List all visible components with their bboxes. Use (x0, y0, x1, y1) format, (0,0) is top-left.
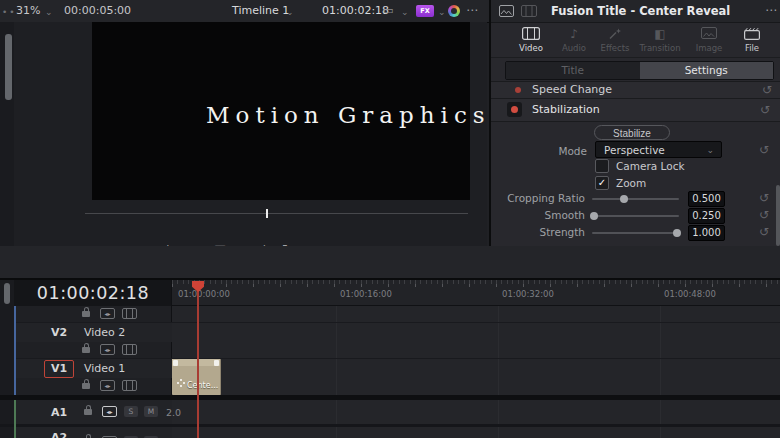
audio-channels-label: 2.0 (166, 407, 181, 418)
lock-icon[interactable] (84, 409, 92, 415)
subtab-title[interactable]: Title (506, 62, 640, 79)
lock-icon[interactable] (82, 383, 90, 389)
reset-icon[interactable]: ↺ (760, 104, 770, 116)
viewer-scrubber-playhead[interactable] (266, 209, 268, 218)
timeline-content[interactable] (172, 306, 780, 438)
viewer-scrubber[interactable] (85, 213, 468, 214)
ruler-gridline (660, 306, 661, 438)
cropping-ratio-slider[interactable] (592, 198, 679, 200)
subtab-settings[interactable]: Settings (640, 62, 774, 79)
chevron-down-icon[interactable]: ⌄ (45, 7, 53, 17)
track-id[interactable]: V2 (48, 326, 70, 339)
track-header-v1[interactable]: V1 Video 1 (14, 359, 172, 378)
auto-select-icon[interactable]: ◂▸ (102, 406, 117, 417)
video-canvas[interactable]: Motion Graphics (92, 22, 470, 200)
stabilize-button[interactable]: Stabilize (594, 125, 670, 140)
reset-icon[interactable]: ↺ (759, 192, 769, 204)
lock-icon[interactable] (82, 347, 90, 353)
timeline-select[interactable]: Timeline 1 (232, 0, 289, 22)
active-track-outline[interactable]: V1 (44, 360, 74, 378)
timeline-playhead-timecode[interactable]: 01:00:02:18 (14, 280, 172, 306)
auto-select-icon[interactable]: ◂▸ (100, 308, 115, 319)
timeline-ruler[interactable]: 01:00:00:00 01:00:16:00 01:00:32:00 01:0… (172, 280, 780, 306)
panel-handle-icon[interactable]: •• (2, 7, 17, 17)
chevron-down-icon[interactable]: ⌄ (438, 7, 446, 17)
fx-badge-icon[interactable]: FX (416, 5, 434, 17)
inspector-tabs: Video ♪ Audio Effects ◧ Transition Image… (491, 22, 780, 58)
transition-tab-icon: ◧ (638, 27, 682, 41)
film-icon[interactable] (122, 344, 137, 355)
timeline-timecode-cell[interactable]: 01:00:02:18 (14, 280, 172, 306)
video-title-text: Motion Graphics (206, 102, 491, 128)
clip-handle-right[interactable] (214, 360, 219, 366)
smooth-value[interactable]: 0.250 (688, 208, 725, 224)
stabilization-toggle[interactable] (507, 102, 522, 117)
timeline-scrollbar[interactable] (4, 283, 10, 304)
slider-thumb[interactable] (620, 195, 628, 203)
filmstrip-icon[interactable] (521, 5, 537, 17)
reset-icon[interactable]: ↺ (759, 226, 769, 238)
solo-button[interactable]: S (124, 406, 138, 417)
file-tab-icon (730, 27, 774, 41)
tab-image[interactable]: Image (687, 24, 731, 55)
reset-icon[interactable]: ↺ (759, 209, 769, 221)
reset-icon[interactable]: ↺ (759, 144, 769, 156)
chevron-down-icon[interactable]: ⌄ (401, 7, 409, 17)
source-timecode[interactable]: 00:00:05:00 (64, 0, 131, 22)
track-name[interactable]: Video 2 (84, 326, 125, 339)
film-icon[interactable] (122, 380, 137, 391)
strength-value[interactable]: 1.000 (688, 225, 725, 241)
smooth-slider[interactable] (592, 215, 679, 217)
film-icon[interactable] (122, 308, 137, 319)
slider-thumb[interactable] (673, 229, 681, 237)
playhead-line[interactable] (197, 281, 199, 438)
zoom-checkbox[interactable]: ✓ (595, 176, 609, 190)
clip-thumbnail-icon[interactable] (499, 5, 514, 17)
viewer-scrollbar[interactable] (5, 34, 12, 100)
inspector-scrollbar[interactable] (776, 185, 780, 246)
auto-select-icon[interactable]: ◂▸ (100, 380, 115, 391)
track-id[interactable]: V1 (45, 361, 73, 377)
slider-thumb[interactable] (590, 212, 598, 220)
tab-effects[interactable]: Effects (593, 24, 637, 55)
audio-track-color-bar (14, 400, 16, 438)
viewer-options-icon[interactable]: ⋯ (466, 3, 478, 17)
track-header-v2[interactable]: V2 Video 2 (14, 323, 172, 342)
viewer-zoom-select[interactable]: 31% (16, 0, 40, 22)
ruler-label: 01:00:32:00 (502, 289, 554, 299)
tab-file[interactable]: File (730, 24, 774, 55)
mode-dropdown[interactable]: Perspective ⌄ (595, 141, 722, 158)
strength-row: Strength 1.000 ↺ (491, 225, 780, 239)
stabilization-section[interactable]: Stabilization ↺ (491, 98, 780, 122)
cropping-ratio-value[interactable]: 0.500 (688, 191, 725, 207)
viewer-overlay-icon[interactable]: ▭ (383, 5, 393, 16)
speed-change-section[interactable]: Speed Change ↺ (491, 81, 780, 99)
tab-audio[interactable]: ♪ Audio (552, 24, 596, 55)
strength-slider[interactable] (592, 232, 679, 234)
lock-icon[interactable] (82, 311, 90, 317)
reset-icon[interactable]: ↺ (762, 84, 772, 96)
clip-handle-left[interactable] (173, 360, 178, 366)
track-name[interactable]: Video 1 (84, 362, 125, 375)
inspector-header: Fusion Title - Center Reveal ⋯ (491, 0, 780, 23)
clip-label: Cente... (187, 381, 218, 390)
cropping-ratio-label: Cropping Ratio (491, 192, 585, 204)
track-id[interactable]: A2 (48, 431, 70, 438)
track-id[interactable]: A1 (48, 406, 70, 419)
auto-select-icon[interactable]: ◂▸ (100, 344, 115, 355)
chevron-down-icon[interactable]: ⌄ (286, 7, 294, 17)
strength-label: Strength (491, 226, 585, 238)
color-enhance-icon[interactable] (448, 5, 460, 17)
fusion-clip-icon (180, 385, 182, 387)
inspector-options-icon[interactable]: ⋯ (765, 3, 777, 17)
camera-lock-checkbox[interactable] (595, 159, 609, 173)
tab-video[interactable]: Video (509, 24, 553, 55)
video-tab-icon (509, 27, 553, 41)
video-track-color-bar (14, 306, 16, 395)
record-timecode[interactable]: 01:00:02:18 (322, 0, 389, 22)
mute-button[interactable]: M (144, 406, 158, 417)
speed-change-enable-dot[interactable] (515, 87, 521, 93)
track-header-a2[interactable]: A2 ◂▸ S M (14, 427, 172, 438)
tab-transition[interactable]: ◧ Transition (638, 24, 682, 55)
track-header-a1[interactable]: A1 ◂▸ S M 2.0 (14, 400, 172, 424)
